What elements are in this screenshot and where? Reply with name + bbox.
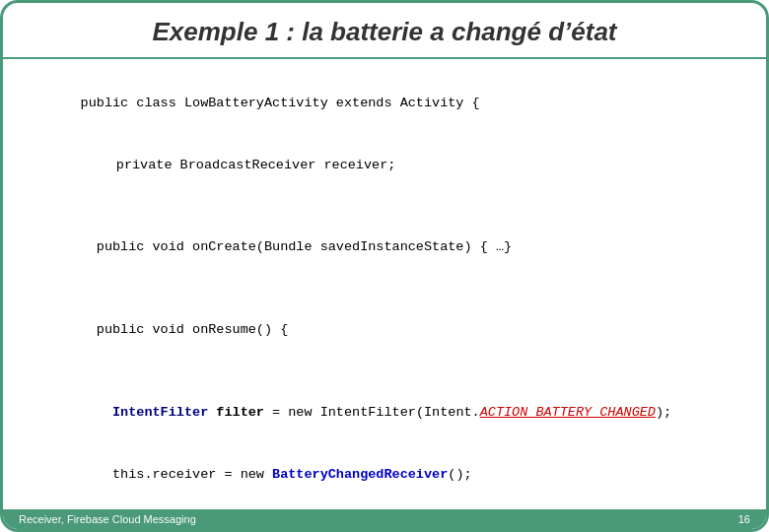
code-indent xyxy=(81,405,112,420)
code-indent: this.receiver = new xyxy=(81,467,272,482)
battery-receiver-class: BatteryChangedReceiver xyxy=(272,467,448,482)
code-end: ); xyxy=(656,405,671,420)
code-line-3 xyxy=(33,197,736,218)
code-space: filter = new IntentFilter(Intent. xyxy=(208,405,479,420)
footer-label: Receiver, Firebase Cloud Messaging xyxy=(19,513,196,525)
code-line-2: private BroadcastReceiver receiver; xyxy=(52,135,736,197)
slide-container: Exemple 1 : la batterie a changé d’état … xyxy=(0,0,769,532)
title-bar: Exemple 1 : la batterie a changé d’état xyxy=(3,3,766,59)
code-text: public class LowBatteryActivity extends … xyxy=(81,96,480,110)
code-text: public void onCreate(Bundle savedInstanc… xyxy=(81,239,512,254)
code-line-1: public class LowBatteryActivity extends … xyxy=(33,73,736,135)
intent-filter-kw: IntentFilter xyxy=(112,405,208,420)
code-line-7 xyxy=(33,362,736,382)
footer-bar: Receiver, Firebase Cloud Messaging 16 xyxy=(3,509,766,529)
code-area: public class LowBatteryActivity extends … xyxy=(3,59,766,532)
code-text: private BroadcastReceiver receiver; xyxy=(101,158,396,172)
slide-number: 16 xyxy=(738,513,750,525)
slide-title: Exemple 1 : la batterie a changé d’état xyxy=(152,17,616,46)
code-line-6: public void onResume() { xyxy=(33,299,736,362)
code-end: (); xyxy=(448,467,471,482)
code-line-4: public void onCreate(Bundle savedInstanc… xyxy=(33,217,736,279)
code-line-5 xyxy=(33,279,736,299)
code-text: public void onResume() { xyxy=(81,322,289,337)
code-line-9: this.receiver = new BatteryChangedReceiv… xyxy=(33,444,736,506)
action-battery-changed: ACTION_BATTERY_CHANGED xyxy=(480,405,656,420)
code-line-8: IntentFilter filter = new IntentFilter(I… xyxy=(33,382,736,444)
